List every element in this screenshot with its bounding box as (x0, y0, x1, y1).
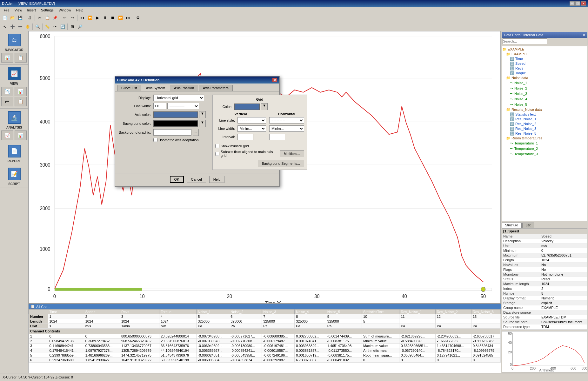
portal-tab-list[interactable]: List (522, 223, 534, 228)
menu-window[interactable]: Window (56, 8, 74, 13)
grid-color-picker[interactable]: ▼ (261, 103, 268, 110)
tb-cut[interactable]: ✂ (36, 14, 43, 21)
tb-minus[interactable]: ➖ (17, 23, 23, 30)
portal-tab-structure[interactable]: Structure (502, 223, 522, 228)
tb-rotate[interactable]: 🔄 (59, 23, 66, 30)
menu-view[interactable]: View (12, 8, 25, 13)
portal-search-input[interactable] (503, 38, 547, 44)
tb-cursor[interactable]: ↖ (1, 23, 8, 30)
tb-play-end[interactable]: ⏭ (124, 14, 131, 21)
tree-item-noise1[interactable]: 〜 Noise_1 (502, 80, 587, 86)
tab-axis-position[interactable]: Axis Position (170, 85, 198, 91)
nav-view-section[interactable]: 📈 VIEW 📉 📊 🗃 📋 (0, 65, 28, 109)
tb-settings2[interactable]: ⚙ (134, 14, 141, 21)
nav-view-btn-1[interactable]: 📉 (1, 87, 13, 96)
tree-item-resnoise1[interactable]: 🔢 Res_Noise_1 (502, 117, 587, 122)
tree-item-example[interactable]: 📁 EXAMPLE (502, 52, 587, 57)
menu-insert[interactable]: Insert (24, 8, 38, 13)
nav-analysis-section[interactable]: 🔬 ANALYSIS 📈 📊 (0, 109, 28, 142)
tree-item-temp1[interactable]: 〜 Temperature_1 (502, 141, 587, 146)
v-line-width-select[interactable]: Minim... (237, 125, 266, 132)
tb-copy[interactable]: 📋 (44, 14, 51, 21)
menu-settings[interactable]: Settings (38, 8, 56, 13)
tb-fit[interactable]: ⊞ (69, 23, 76, 30)
tab-axis-parameters[interactable]: Axis Parameters (199, 85, 233, 91)
tab-axis-system[interactable]: Axis System (142, 85, 170, 91)
h-line-width-select[interactable]: Minim... (269, 125, 304, 132)
bg-graphic-input[interactable] (153, 129, 191, 136)
tb-print[interactable]: 🖨 (26, 14, 33, 21)
tb-play-next[interactable]: ⏩ (117, 14, 124, 21)
v-interval-input[interactable]: 2 (237, 134, 253, 140)
nav-script-section[interactable]: 📝 SCRIPT (0, 165, 28, 188)
tree-item-temp2[interactable]: 〜 Temperature_2 (502, 146, 587, 151)
tab-curve-list[interactable]: Curve List (117, 85, 141, 91)
tb-zoom-in[interactable]: 🔎 (77, 23, 84, 30)
tb-line[interactable]: 📏 (44, 23, 51, 30)
bg-graphic-browse[interactable]: ... (193, 129, 199, 136)
tree-item-noise2[interactable]: 〜 Noise_2 (502, 86, 587, 91)
tree-item-time[interactable]: 🔢 Time (502, 57, 587, 61)
cancel-button[interactable]: Cancel (187, 176, 206, 183)
tb-redo[interactable]: ↪ (69, 14, 76, 21)
tb-play-prev[interactable]: ⏪ (86, 14, 93, 21)
bg-color-box[interactable] (153, 120, 198, 127)
tree-item-noise4[interactable]: 〜 Noise_4 (502, 97, 587, 102)
tree-item-noise-data[interactable]: 📁 Noise data (502, 76, 587, 80)
display-select[interactable]: Horizontal grid (153, 95, 204, 101)
line-width-input[interactable] (153, 103, 166, 109)
nav-navigator[interactable]: 🗂 NAVIGATOR 📊 📋 (0, 31, 28, 65)
portal-close-button[interactable]: ✕ (583, 33, 585, 37)
maximize-button[interactable]: □ (575, 1, 580, 6)
h-line-style-select[interactable]: – – – – – (269, 117, 304, 124)
nav-report-section[interactable]: 📄 REPORT (0, 142, 28, 165)
nav-analysis-btn-1[interactable]: 📈 (1, 130, 13, 140)
tb-play-start[interactable]: ⏮ (79, 14, 86, 21)
data-tree[interactable]: 📁 EXAMPLE 📁 EXAMPLE 🔢 Time 🔢 Speed 🔢 Rev… (502, 46, 587, 221)
chart-area[interactable]: 6000 5000 4000 3000 2000 1000 0 0 10 20 … (29, 31, 501, 303)
tree-item-noise3[interactable]: 〜 Noise_3 (502, 91, 587, 97)
menu-help[interactable]: Help (74, 8, 86, 13)
nav-view-btn-2[interactable]: 📊 (15, 87, 27, 96)
tb-save[interactable]: 💾 (17, 14, 23, 21)
tb-play[interactable]: ▶ (94, 14, 101, 21)
tree-item-statstext[interactable]: 🔢 StatisticsText (502, 112, 587, 117)
subaxis-checkbox[interactable] (215, 152, 219, 156)
tb-move[interactable]: ✋ (24, 23, 31, 30)
tree-item-example-root[interactable]: 📁 EXAMPLE (502, 47, 587, 52)
show-minitick-checkbox[interactable] (215, 144, 219, 148)
tb-zoom-area[interactable]: 🔍 (34, 23, 41, 30)
tree-item-resnoise2[interactable]: 🔢 Res_Noise_2 (502, 122, 587, 126)
nav-btn-2[interactable]: 📋 (15, 53, 27, 63)
tree-item-resnoise5[interactable]: 🔢 Res_Noise_5 (502, 131, 587, 136)
menu-file[interactable]: File (1, 8, 12, 13)
axis-color-picker[interactable]: ▼ (199, 111, 206, 118)
tree-item-temp3[interactable]: 〜 Temperature_3 (502, 151, 587, 157)
tree-item-torque[interactable]: 🔢 Torque (502, 71, 587, 76)
close-button[interactable]: ✕ (581, 1, 586, 6)
line-style-select[interactable]: ────── (167, 103, 199, 109)
tree-item-results-noise[interactable]: 📁 Results_Noise data (502, 107, 587, 112)
tree-item-noise5[interactable]: 〜 Noise_5 (502, 102, 587, 107)
tb-add[interactable]: ➕ (9, 23, 16, 30)
tb-stop[interactable]: ⏹ (109, 14, 116, 21)
help-button[interactable]: Help (209, 176, 225, 183)
bg-color-picker[interactable]: ▼ (199, 120, 206, 127)
nav-analysis-btn-2[interactable]: 📊 (15, 130, 27, 140)
dialog-close-button[interactable]: ✕ (272, 78, 277, 82)
h-interval-input[interactable]: 2 (269, 134, 285, 140)
axis-color-box[interactable] (153, 111, 198, 118)
tree-item-resnoise3[interactable]: 🔢 Res_Noise_3 (502, 126, 587, 131)
background-segments-button[interactable]: Background Segments... (258, 160, 304, 167)
nav-view-btn-4[interactable]: 📋 (15, 97, 27, 106)
tree-item-speed[interactable]: 🔢 Speed (502, 61, 587, 66)
tb-curve[interactable]: 〜 (51, 23, 58, 30)
nav-view-btn-3[interactable]: 🗃 (1, 97, 13, 106)
tree-item-revs[interactable]: 🔢 Revs (502, 66, 587, 71)
minimize-button[interactable]: ─ (570, 1, 575, 6)
grid-color-box[interactable] (234, 104, 260, 110)
tb-new[interactable]: 📄 (1, 14, 8, 21)
tb-paste[interactable]: 📌 (51, 14, 58, 21)
tb-pause[interactable]: ⏸ (102, 14, 109, 21)
ok-button[interactable]: OK (170, 176, 184, 183)
